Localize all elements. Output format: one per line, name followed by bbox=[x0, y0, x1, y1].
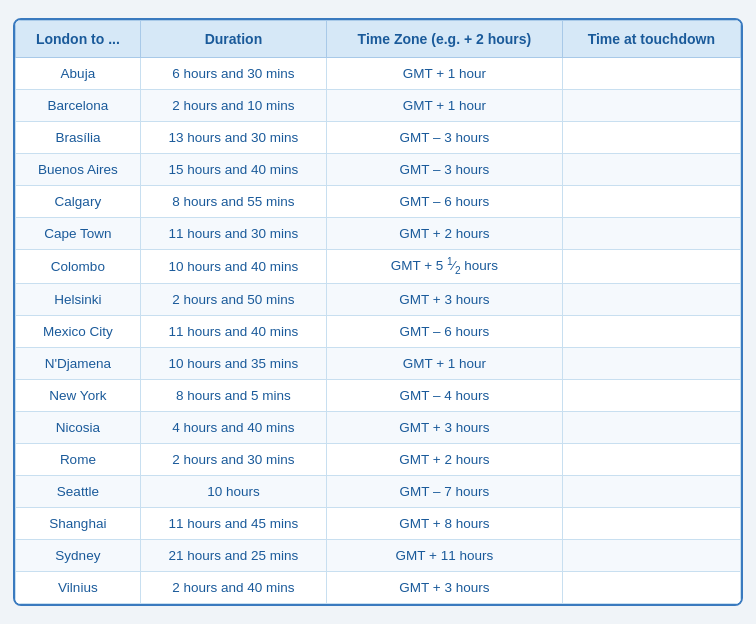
touchdown-cell bbox=[562, 540, 740, 572]
timezone-cell: GMT + 5 1⁄2 hours bbox=[327, 249, 563, 284]
city-cell: Rome bbox=[16, 444, 141, 476]
touchdown-cell bbox=[562, 217, 740, 249]
table-row: Sydney21 hours and 25 minsGMT + 11 hours bbox=[16, 540, 741, 572]
timezone-cell: GMT + 1 hour bbox=[327, 57, 563, 89]
table-row: Mexico City11 hours and 40 minsGMT – 6 h… bbox=[16, 316, 741, 348]
timezone-cell: GMT + 3 hours bbox=[327, 412, 563, 444]
duration-cell: 13 hours and 30 mins bbox=[140, 121, 326, 153]
table-row: Helsinki2 hours and 50 minsGMT + 3 hours bbox=[16, 284, 741, 316]
duration-cell: 11 hours and 40 mins bbox=[140, 316, 326, 348]
touchdown-cell bbox=[562, 572, 740, 604]
city-cell: Shanghai bbox=[16, 508, 141, 540]
touchdown-cell bbox=[562, 121, 740, 153]
timezone-cell: GMT – 7 hours bbox=[327, 476, 563, 508]
flight-table: London to ... Duration Time Zone (e.g. +… bbox=[15, 20, 741, 605]
table-header-row: London to ... Duration Time Zone (e.g. +… bbox=[16, 20, 741, 57]
table-row: Cape Town11 hours and 30 minsGMT + 2 hou… bbox=[16, 217, 741, 249]
touchdown-cell bbox=[562, 444, 740, 476]
duration-cell: 8 hours and 55 mins bbox=[140, 185, 326, 217]
city-cell: Helsinki bbox=[16, 284, 141, 316]
header-touchdown: Time at touchdown bbox=[562, 20, 740, 57]
table-row: Abuja6 hours and 30 minsGMT + 1 hour bbox=[16, 57, 741, 89]
timezone-cell: GMT + 1 hour bbox=[327, 348, 563, 380]
city-cell: Seattle bbox=[16, 476, 141, 508]
touchdown-cell bbox=[562, 412, 740, 444]
city-cell: Buenos Aires bbox=[16, 153, 141, 185]
table-row: Brasília13 hours and 30 minsGMT – 3 hour… bbox=[16, 121, 741, 153]
touchdown-cell bbox=[562, 348, 740, 380]
timezone-cell: GMT + 2 hours bbox=[327, 217, 563, 249]
header-timezone: Time Zone (e.g. + 2 hours) bbox=[327, 20, 563, 57]
touchdown-cell bbox=[562, 380, 740, 412]
city-cell: Vilnius bbox=[16, 572, 141, 604]
duration-cell: 4 hours and 40 mins bbox=[140, 412, 326, 444]
touchdown-cell bbox=[562, 316, 740, 348]
touchdown-cell bbox=[562, 508, 740, 540]
duration-cell: 11 hours and 45 mins bbox=[140, 508, 326, 540]
city-cell: Cape Town bbox=[16, 217, 141, 249]
city-cell: Mexico City bbox=[16, 316, 141, 348]
duration-cell: 21 hours and 25 mins bbox=[140, 540, 326, 572]
table-row: Vilnius2 hours and 40 minsGMT + 3 hours bbox=[16, 572, 741, 604]
duration-cell: 6 hours and 30 mins bbox=[140, 57, 326, 89]
duration-cell: 2 hours and 40 mins bbox=[140, 572, 326, 604]
city-cell: Sydney bbox=[16, 540, 141, 572]
duration-cell: 10 hours bbox=[140, 476, 326, 508]
city-cell: New York bbox=[16, 380, 141, 412]
timezone-cell: GMT – 3 hours bbox=[327, 153, 563, 185]
timezone-cell: GMT + 1 hour bbox=[327, 89, 563, 121]
touchdown-cell bbox=[562, 476, 740, 508]
city-cell: N'Djamena bbox=[16, 348, 141, 380]
table-row: New York8 hours and 5 minsGMT – 4 hours bbox=[16, 380, 741, 412]
flight-table-wrapper: London to ... Duration Time Zone (e.g. +… bbox=[13, 18, 743, 607]
table-row: Seattle10 hoursGMT – 7 hours bbox=[16, 476, 741, 508]
table-row: Shanghai11 hours and 45 minsGMT + 8 hour… bbox=[16, 508, 741, 540]
duration-cell: 2 hours and 30 mins bbox=[140, 444, 326, 476]
duration-cell: 11 hours and 30 mins bbox=[140, 217, 326, 249]
city-cell: Nicosia bbox=[16, 412, 141, 444]
table-row: Buenos Aires15 hours and 40 minsGMT – 3 … bbox=[16, 153, 741, 185]
table-row: Nicosia4 hours and 40 minsGMT + 3 hours bbox=[16, 412, 741, 444]
table-row: Rome2 hours and 30 minsGMT + 2 hours bbox=[16, 444, 741, 476]
timezone-cell: GMT + 3 hours bbox=[327, 284, 563, 316]
timezone-cell: GMT + 2 hours bbox=[327, 444, 563, 476]
touchdown-cell bbox=[562, 185, 740, 217]
city-cell: Barcelona bbox=[16, 89, 141, 121]
touchdown-cell bbox=[562, 57, 740, 89]
duration-cell: 2 hours and 50 mins bbox=[140, 284, 326, 316]
touchdown-cell bbox=[562, 284, 740, 316]
timezone-cell: GMT – 6 hours bbox=[327, 316, 563, 348]
duration-cell: 15 hours and 40 mins bbox=[140, 153, 326, 185]
city-cell: Colombo bbox=[16, 249, 141, 284]
city-cell: Abuja bbox=[16, 57, 141, 89]
city-cell: Calgary bbox=[16, 185, 141, 217]
header-city: London to ... bbox=[16, 20, 141, 57]
timezone-cell: GMT – 3 hours bbox=[327, 121, 563, 153]
touchdown-cell bbox=[562, 249, 740, 284]
duration-cell: 8 hours and 5 mins bbox=[140, 380, 326, 412]
table-row: Barcelona2 hours and 10 minsGMT + 1 hour bbox=[16, 89, 741, 121]
header-duration: Duration bbox=[140, 20, 326, 57]
duration-cell: 10 hours and 35 mins bbox=[140, 348, 326, 380]
duration-cell: 10 hours and 40 mins bbox=[140, 249, 326, 284]
touchdown-cell bbox=[562, 89, 740, 121]
touchdown-cell bbox=[562, 153, 740, 185]
timezone-cell: GMT – 4 hours bbox=[327, 380, 563, 412]
duration-cell: 2 hours and 10 mins bbox=[140, 89, 326, 121]
timezone-cell: GMT + 8 hours bbox=[327, 508, 563, 540]
table-row: Calgary8 hours and 55 minsGMT – 6 hours bbox=[16, 185, 741, 217]
table-row: Colombo10 hours and 40 minsGMT + 5 1⁄2 h… bbox=[16, 249, 741, 284]
table-row: N'Djamena10 hours and 35 minsGMT + 1 hou… bbox=[16, 348, 741, 380]
timezone-cell: GMT + 11 hours bbox=[327, 540, 563, 572]
city-cell: Brasília bbox=[16, 121, 141, 153]
timezone-cell: GMT + 3 hours bbox=[327, 572, 563, 604]
timezone-cell: GMT – 6 hours bbox=[327, 185, 563, 217]
